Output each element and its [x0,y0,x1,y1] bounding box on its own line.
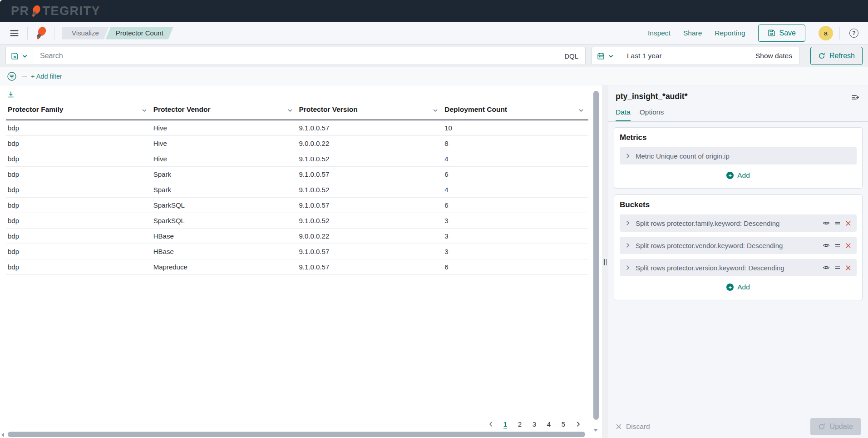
discard-button[interactable]: Discard [616,423,650,431]
drag-handle-icon[interactable] [834,264,841,271]
bucket-aggregation-row[interactable]: Split rows protector.version.keyword: De… [620,259,857,276]
pagination-next-button[interactable] [572,418,584,430]
date-picker-group: Last 1 year Show dates [592,47,799,65]
horizontal-scrollbar[interactable] [0,432,602,438]
add-metric-button[interactable]: + Add [620,168,857,183]
query-bar: DQL Last 1 year Show dates Refresh [0,45,868,67]
add-bucket-button[interactable]: + Add [620,280,857,294]
tab-options[interactable]: Options [640,108,664,121]
help-icon[interactable]: ? [846,25,862,41]
nav-link-share[interactable]: Share [683,29,702,37]
drag-handle-icon[interactable] [834,220,841,226]
table-body: bdpHive9.1.0.0.5710bdpHive9.0.0.0.228bdp… [6,120,588,275]
app-logo-icon[interactable] [33,25,49,41]
table-cell: Spark [152,167,297,182]
time-range-value[interactable]: Last 1 year [619,52,749,60]
bucket-aggregation-row[interactable]: Split rows protector.family.keyword: Des… [620,214,857,232]
show-dates-button[interactable]: Show dates [749,47,799,65]
tab-data[interactable]: Data [616,108,631,121]
table-cell: 9.0.0.0.22 [297,229,443,244]
table-column-header[interactable]: Protector Vendor [152,100,297,120]
avatar[interactable]: a [819,26,833,40]
vertical-scrollbar-thumb[interactable] [593,91,599,420]
table-cell: Hive [152,151,297,167]
date-picker-menu-button[interactable] [592,47,619,65]
table-cell: bdp [6,120,152,136]
query-language-button[interactable]: DQL [557,47,585,65]
table-cell: Mapreduce [152,259,297,275]
discard-label: Discard [626,423,650,431]
pagination-page-1[interactable]: 1 [499,418,511,430]
table-cell: 9.1.0.0.57 [297,259,443,275]
search-input[interactable] [33,47,557,65]
drag-handle-icon[interactable] [834,242,841,249]
nav-link-reporting[interactable]: Reporting [715,29,745,37]
close-icon [616,423,622,430]
vertical-scrollbar[interactable] [593,91,599,427]
logo-text-prefix: PR [11,4,30,18]
breadcrumb-visualize[interactable]: Visualize [62,27,109,40]
refresh-button[interactable]: Refresh [810,47,863,65]
table-row: bdpMapreduce9.1.0.0.576 [6,259,588,275]
add-filter-button[interactable]: + Add filter [31,73,62,80]
bucket-label: Split rows protector.version.keyword: De… [636,264,818,272]
eye-icon[interactable] [823,219,830,227]
pagination-pages: 12345 [499,418,569,430]
pagination-page-2[interactable]: 2 [514,418,526,430]
table-row: bdpSparkSQL9.1.0.0.576 [6,198,588,213]
nav-link-inspect[interactable]: Inspect [648,29,671,37]
divider [839,27,840,40]
metrics-card: Metrics Metric Unique count of origin.ip… [614,127,863,189]
pagination-page-3[interactable]: 3 [528,418,540,430]
table-row: bdpHBase9.0.0.0.223 [6,229,588,244]
remove-bucket-icon[interactable] [845,243,851,249]
export-download-icon[interactable] [7,91,15,98]
table-cell: 10 [443,120,588,136]
metric-aggregation-row[interactable]: Metric Unique count of origin.ip [620,147,857,164]
table-cell: HBase [152,244,297,259]
table-column-header[interactable]: Deployment Count [443,100,588,120]
metric-label: Metric Unique count of origin.ip [636,152,851,160]
collapse-panel-icon[interactable] [850,92,861,103]
pagination-page-4[interactable]: 4 [543,418,555,430]
remove-bucket-icon[interactable] [845,220,851,226]
save-button[interactable]: Save [758,25,805,42]
update-button[interactable]: Update [810,418,861,435]
menu-hamburger-icon[interactable] [6,25,22,41]
filter-icon[interactable] [6,70,18,82]
pagination-page-5[interactable]: 5 [557,418,569,430]
table-cell: 9.1.0.0.57 [297,244,443,259]
refresh-button-label: Refresh [829,52,855,60]
plus-circle-icon: + [726,284,734,291]
chevron-right-icon [625,220,631,226]
table-cell: 9.1.0.0.52 [297,182,443,198]
table-column-header[interactable]: Protector Version [297,100,443,120]
horizontal-scrollbar-thumb[interactable] [8,432,585,437]
chevron-right-icon [625,153,631,159]
refresh-icon [818,423,825,430]
eye-icon[interactable] [823,242,830,249]
pagination-prev-button[interactable] [485,418,497,430]
table-cell: HBase [152,229,297,244]
remove-bucket-icon[interactable] [845,265,851,271]
eye-icon[interactable] [823,264,830,271]
divider [22,76,27,77]
table-cell: bdp [6,229,152,244]
chevron-right-icon [625,265,631,270]
app-window: PRTEGRITY Visualize Protector Count Insp… [0,0,868,438]
add-bucket-label: Add [737,283,750,291]
saved-query-menu-button[interactable] [6,47,33,65]
chevron-down-icon [433,107,438,113]
table-header-row: Protector FamilyProtector VendorProtecto… [6,100,588,120]
table-column-header[interactable]: Protector Family [6,100,152,120]
buckets-card: Buckets Split rows protector.family.keyw… [614,194,863,300]
bucket-aggregation-row[interactable]: Split rows protector.vendor.keyword: Des… [620,237,857,254]
save-button-label: Save [779,29,796,37]
column-header-label: Protector Family [8,105,63,113]
scroll-left-arrow-icon[interactable] [1,433,4,437]
panel-resize-handle[interactable] [604,259,607,265]
table-cell: bdp [6,213,152,229]
table-cell: 4 [443,182,588,198]
search-bar-group: DQL [5,47,586,65]
editor-side-panel: pty_insight_*audit* Data Options Metrics… [608,85,868,438]
